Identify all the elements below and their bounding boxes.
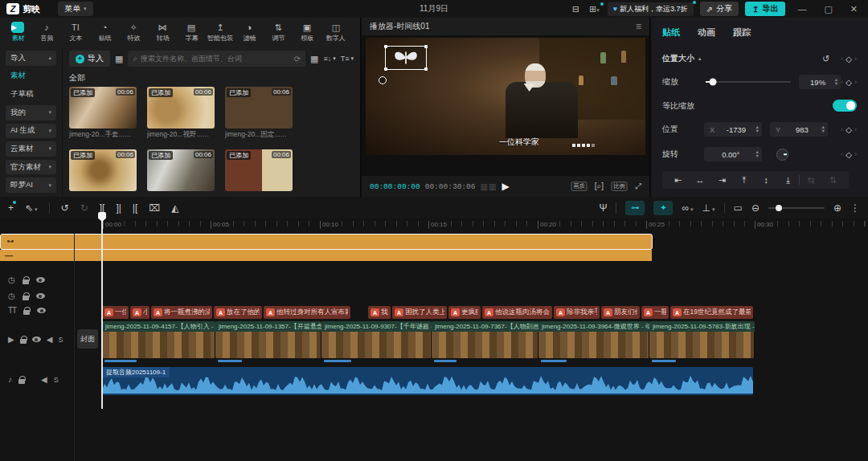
tab-sticker[interactable]: ◔贴纸 bbox=[90, 22, 119, 43]
rotate-value[interactable]: 0.00° bbox=[710, 150, 752, 159]
keyframe-next-icon[interactable]: › bbox=[854, 55, 857, 63]
eye-icon[interactable] bbox=[36, 277, 45, 283]
chain-dropdown[interactable]: ∞▾ bbox=[682, 202, 693, 214]
cover-button[interactable]: 封面 bbox=[77, 329, 98, 349]
export-button[interactable]: ↥ 导出 bbox=[745, 2, 785, 16]
text-clip[interactable]: A一位 bbox=[102, 306, 129, 319]
zoom-slider-knob[interactable] bbox=[776, 205, 782, 211]
speaker-icon[interactable]: ◀ bbox=[47, 335, 53, 344]
tab-audio[interactable]: ♪音频 bbox=[32, 22, 61, 43]
keyframe-next-icon[interactable]: › bbox=[854, 78, 857, 86]
y-stepper[interactable]: ▲▼ bbox=[821, 125, 825, 133]
position-x-box[interactable]: X -1739 ▲▼ bbox=[704, 122, 762, 137]
minimize-button[interactable]: — bbox=[792, 4, 812, 14]
timeline-zoom-slider[interactable] bbox=[768, 207, 825, 209]
media-item[interactable]: 已添加 00:06 jimeng-20...手套...mp4 bbox=[69, 87, 137, 145]
media-thumbnail[interactable]: 已添加 00:06 bbox=[147, 87, 215, 129]
text-clip[interactable]: A他说这瓶肉汤将会永远 bbox=[482, 306, 552, 319]
keyframe-diamond-icon[interactable]: ◇ bbox=[845, 125, 852, 134]
speaker-icon[interactable]: ◀ bbox=[41, 375, 47, 384]
step-down-icon[interactable]: ▼ bbox=[755, 129, 760, 133]
split-view-icon[interactable]: ▦ bbox=[115, 54, 123, 64]
adjust-panel-icon[interactable]: ⊟ bbox=[571, 4, 581, 14]
redo-button[interactable]: ↻ bbox=[80, 202, 88, 214]
share-button[interactable]: ⇗ 分享 bbox=[700, 2, 739, 16]
step-down-icon[interactable]: ▼ bbox=[821, 129, 825, 133]
media-item[interactable]: 已添加 00:06 jimeng-20...视野...mp4 bbox=[147, 87, 215, 145]
media-thumbnail[interactable]: 已添加 00:06 bbox=[225, 87, 293, 129]
promo-badge[interactable]: ♥ 新人福利，幸运3.7折 bbox=[608, 2, 694, 16]
media-thumbnail[interactable]: 已添加 00:06 bbox=[225, 149, 293, 191]
keyframe-diamond-icon[interactable]: ◇ bbox=[845, 55, 852, 63]
mirror-button[interactable]: ◭ bbox=[171, 202, 178, 214]
preview-axis-dropdown[interactable]: ⊥▾ bbox=[702, 202, 715, 214]
playhead[interactable] bbox=[101, 212, 103, 409]
text-clip[interactable]: A除非我亲手打 bbox=[554, 306, 600, 319]
refresh-icon[interactable]: ⟳ bbox=[294, 55, 301, 63]
player-stage[interactable]: 一位科学家 bbox=[362, 35, 649, 176]
menu-button[interactable]: 菜单 ▾ bbox=[58, 2, 93, 16]
tab-text[interactable]: TI文本 bbox=[61, 22, 90, 43]
import-button[interactable]: + 导入 bbox=[69, 51, 110, 67]
media-thumbnail[interactable]: 已添加 00:06 bbox=[147, 149, 215, 191]
sidebar-item-material[interactable]: 素材 bbox=[6, 69, 56, 84]
video-clip[interactable]: jimeng-2025-11-09-4157-【人物引入 - bbox=[102, 321, 215, 358]
close-button[interactable]: ✕ bbox=[845, 4, 863, 14]
x-stepper[interactable]: ▲▼ bbox=[755, 125, 760, 133]
scale-stepper[interactable]: ▲▼ bbox=[834, 78, 838, 86]
keyframe-diamond-icon[interactable]: ◇ bbox=[845, 78, 852, 87]
delete-button[interactable]: ⌧ bbox=[149, 202, 160, 214]
timeline-ruler[interactable]: 00:00 00:05 00:10 00:15 00:20 00:25 00:3… bbox=[0, 218, 868, 234]
frame-view-icon[interactable]: ▥▥ bbox=[480, 182, 497, 191]
keyframe-control[interactable]: ‹◇› bbox=[841, 55, 857, 63]
align-top-button[interactable]: ⤒ bbox=[733, 175, 755, 186]
media-item[interactable]: 已添加 00:06 bbox=[147, 149, 215, 198]
sidebar-item-subdraft[interactable]: 子草稿 bbox=[6, 87, 56, 102]
video-preview[interactable]: 一位科学家 bbox=[366, 38, 645, 155]
solo-badge[interactable]: S bbox=[54, 376, 59, 384]
keyframe-prev-icon[interactable]: ‹ bbox=[841, 125, 843, 133]
scale-value-box[interactable]: 19% ▲▼ bbox=[799, 75, 841, 89]
tab-effects[interactable]: ✧特效 bbox=[119, 22, 148, 43]
record-voiceover-button[interactable]: Ψ bbox=[599, 202, 607, 214]
video-clip[interactable]: jimeng-2025-11-09-1357-【开篇悬念 - bbox=[215, 321, 321, 358]
sort-dropdown[interactable]: ≡↓▾ bbox=[323, 55, 335, 63]
sidebar-item-cloud[interactable]: 云素材▾ bbox=[6, 141, 56, 157]
align-middle-v-button[interactable]: ↕ bbox=[755, 175, 777, 185]
player-menu-icon[interactable]: ≡ bbox=[636, 21, 641, 32]
sidebar-item-official[interactable]: 官方素材▾ bbox=[6, 160, 56, 175]
collapse-icon[interactable]: ▴ bbox=[698, 55, 702, 62]
video-clip[interactable]: jimeng-2025-11-09-3964-微观世界 - 动 bbox=[538, 321, 649, 358]
keyframe-diamond-icon[interactable]: ◇ bbox=[845, 150, 852, 159]
media-thumbnail[interactable]: 已添加 00:06 bbox=[69, 87, 137, 129]
distribute-h-button[interactable]: ⇆ bbox=[800, 175, 821, 186]
uniform-scale-toggle[interactable] bbox=[833, 100, 857, 112]
text-clip[interactable]: A小 bbox=[130, 306, 149, 319]
tab-templates[interactable]: ▣模板 bbox=[293, 22, 321, 43]
zoom-out-button[interactable]: ⊖ bbox=[751, 202, 760, 214]
auto-snap-toggle[interactable]: ✦ bbox=[653, 201, 673, 215]
keyframe-next-icon[interactable]: › bbox=[854, 125, 857, 133]
rotate-handle[interactable] bbox=[379, 76, 387, 84]
lock-icon[interactable] bbox=[18, 379, 25, 384]
sidebar-item-mine[interactable]: 我的▾ bbox=[6, 105, 56, 120]
search-input[interactable] bbox=[141, 55, 291, 63]
lock-icon[interactable] bbox=[23, 310, 30, 315]
keyframe-next-icon[interactable]: › bbox=[854, 150, 857, 158]
add-track-button[interactable]: + bbox=[8, 202, 14, 214]
more-menu-button[interactable]: ⋮ bbox=[850, 202, 860, 214]
video-clip[interactable]: jimeng-2025-11-09-5783-新敌出现 - 特 bbox=[649, 321, 755, 358]
position-y-box[interactable]: Y 983 ▲▼ bbox=[770, 122, 828, 137]
reset-icon[interactable]: ↺ bbox=[822, 54, 829, 64]
butterfly-sticker-selection[interactable] bbox=[385, 46, 427, 70]
text-clip[interactable]: A困扰了人类上千年 bbox=[392, 306, 447, 319]
selection-handle[interactable] bbox=[384, 67, 387, 71]
lock-icon[interactable] bbox=[20, 339, 27, 344]
text-clip[interactable]: A我要 bbox=[368, 306, 391, 319]
selection-handle[interactable] bbox=[424, 67, 428, 71]
text-clip[interactable]: A更疯狂 bbox=[448, 306, 481, 319]
sidebar-item-jimeng-ai[interactable]: 即梦AI▾ bbox=[6, 177, 56, 193]
media-item[interactable]: 已添加 00:06 bbox=[225, 149, 293, 198]
split-left-button[interactable]: ]| bbox=[116, 202, 121, 214]
undo-button[interactable]: ↺ bbox=[61, 202, 69, 214]
